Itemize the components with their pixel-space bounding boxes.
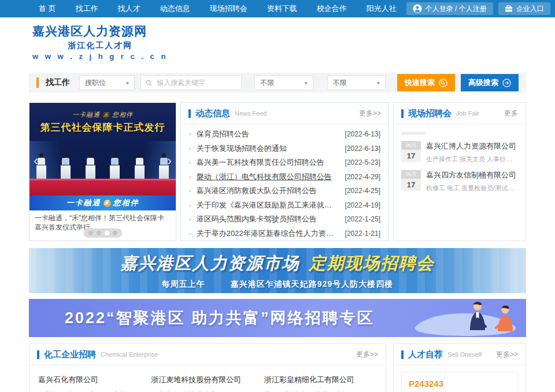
chemical-more-link[interactable]: 更多>> — [356, 350, 378, 360]
bullet-icon: • — [189, 145, 191, 152]
market-banner-title-yellow: 定期现场招聘会 — [309, 254, 435, 272]
news-list-item[interactable]: • 港区码头范围内集卡驾驶员招聘公告 [2022-1-25] — [189, 212, 380, 227]
slide-headline: 第三代社会保障卡正式发行 — [29, 121, 176, 134]
news-item-title: 嘉兴美一瓦科技有限责任公司招聘公告 — [197, 157, 339, 168]
news-feed-title: 动态信息 — [195, 108, 230, 119]
news-list-item[interactable]: • 保育员招聘公告 [2022-6-13] — [189, 127, 380, 142]
news-item-date: [2022-4-25] — [345, 187, 380, 195]
talent-panel: 人才自荐 Sell Oneself 更多>> P243243 男 | 嘉兴市→嘉… — [393, 343, 526, 392]
carousel-next-icon[interactable]: › — [167, 154, 172, 168]
chevron-down-icon: ▾ — [377, 80, 380, 86]
online-recruitment-banner[interactable]: 2022“智聚港区 助力共富”网络招聘专区 — [29, 299, 526, 337]
bullet-icon: • — [189, 131, 191, 138]
carousel-dot-3-active[interactable] — [105, 231, 109, 235]
keyword-input-wrap — [140, 75, 242, 90]
nav-item-job-fair[interactable]: 现场招聘会 — [200, 0, 257, 17]
arrow-right-circle-icon — [502, 79, 511, 87]
talent-title: 人才自荐 — [408, 349, 443, 360]
nav-item-home[interactable]: 首 页 — [29, 0, 66, 17]
fair-company-name: 嘉兴汇博人力资源有限公司 — [426, 141, 518, 151]
ribbon-right: 您相伴 — [113, 198, 139, 208]
talent-subtitle: Sell Oneself — [447, 351, 482, 358]
carousel-dot-4[interactable] — [113, 231, 117, 235]
person-figure — [110, 153, 120, 179]
news-list-item[interactable]: • 关于印发《嘉兴港区鼓励新员工来港就业补助操作... [2022-4-19] — [189, 198, 380, 213]
market-banner-details: 每周五上午 嘉兴港区乍浦镇天妃路929号人防大楼四楼 — [162, 279, 393, 290]
news-carousel: 一卡融通禾您相伴 第三代社会保障卡正式发行 一卡融通禾您相伴 ‹ › 一卡融通，… — [29, 102, 176, 241]
news-item-date: [2022-5-23] — [345, 158, 380, 167]
nav-item-find-job[interactable]: 找工作 — [66, 0, 108, 17]
talent-more-link[interactable]: 更多>> — [496, 350, 518, 360]
search-icon — [146, 79, 152, 87]
market-banner-title-white: 嘉兴港区人力资源市场 — [121, 254, 300, 272]
city-filter-value: 不限 — [260, 78, 274, 88]
personal-login-label: 个人登录 / 个人注册 — [426, 4, 487, 14]
type-filter-select[interactable]: 不限 ▾ — [327, 75, 386, 90]
city-filter-select[interactable]: 不限 ▾ — [254, 75, 313, 90]
search-category-value: 搜职位 — [85, 78, 106, 88]
quick-search-label: 快速搜索 — [405, 77, 435, 88]
nav-item-sunshine-hr[interactable]: 阳光人社 — [357, 0, 406, 17]
enterprise-entry-button[interactable]: 企业入口 — [498, 2, 550, 15]
news-item-date: [2022-4-19] — [345, 201, 380, 209]
ribbon-left: 一卡融通 — [66, 198, 101, 208]
badge-day: 17 — [401, 179, 421, 191]
carousel-prev-icon[interactable]: ‹ — [34, 154, 38, 168]
chemical-title: 化工企业招聘 — [44, 349, 96, 360]
main-content-row: 一卡融通禾您相伴 第三代社会保障卡正式发行 一卡融通禾您相伴 ‹ › 一卡融通，… — [29, 102, 526, 241]
job-fair-item[interactable]: 06月 17 嘉兴四方友信制桶有限公司 机修工 电工 质量检验员/测试员 叉车.… — [401, 170, 518, 193]
accent-bar — [36, 77, 39, 88]
badge-day: 17 — [401, 150, 421, 162]
bottom-content-row: 化工企业招聘 Chemical Enterprise 更多>> 嘉兴石化有限公司… — [29, 343, 526, 392]
chemical-subtitle: Chemical Enterprise — [101, 351, 158, 358]
job-search-bar: 找工作 搜职位 ▾ 不限 ▾ 不限 ▾ 快速搜索 高级搜索 — [29, 73, 526, 93]
chevron-down-icon: ▾ — [305, 80, 308, 86]
company-entry[interactable]: 浙江麦堆科技股份有限公司 销售专员 会计 土建主管 — [151, 375, 264, 392]
search-category-select[interactable]: 搜职位 ▾ — [79, 75, 135, 90]
job-fair-more-link[interactable]: 更多 — [504, 109, 518, 119]
news-list-item[interactable]: • 嘉兴港区消防救援大队公开招聘公告 [2022-4-25] — [189, 184, 380, 198]
carousel-dot-2[interactable] — [97, 231, 101, 235]
news-item-title: 磐动（浙江）电气科技有限公司招聘公告 — [197, 172, 339, 182]
personal-login-button[interactable]: 个人登录 / 个人注册 — [406, 2, 493, 15]
market-banner-schedule: 每周五上午 — [162, 279, 205, 290]
news-list-item[interactable]: • 嘉兴美一瓦科技有限责任公司招聘公告 [2022-5-23] — [189, 156, 380, 170]
news-feed-header: 动态信息 News Feed 更多>> — [181, 103, 388, 124]
nav-item-school-cooperation[interactable]: 校企合作 — [307, 0, 357, 17]
carousel-dots — [84, 228, 122, 238]
market-banner[interactable]: 嘉兴港区人力资源市场定期现场招聘会 每周五上午 嘉兴港区乍浦镇天妃路929号人防… — [29, 248, 526, 293]
quick-search-button[interactable]: 快速搜索 — [397, 74, 455, 91]
nav-item-news[interactable]: 动态信息 — [150, 0, 200, 17]
fair-jobs-list: 机修工 电工 质量检验员/测试员 叉车... — [426, 184, 518, 193]
chemical-company-columns: 嘉兴石化有限公司 工艺员 设备管理 门卫（残疾工） 浙江麦堆科技股份有限公司 销… — [29, 365, 386, 392]
carousel-dot-1[interactable] — [88, 231, 93, 235]
banner-illustration — [408, 299, 524, 337]
company-entry[interactable]: 浙江彩皇精细化工有限公司 普工（制造科） 营业担当 — [264, 375, 377, 392]
news-more-link[interactable]: 更多>> — [359, 109, 381, 119]
resume-card[interactable]: P243243 男 | 嘉兴市→嘉兴港区 | 八年以上 — [401, 372, 518, 392]
nav-item-downloads[interactable]: 资料下载 — [257, 0, 307, 17]
slide-ribbon: 一卡融通禾您相伴 — [29, 195, 176, 210]
news-list-item[interactable]: • 磐动（浙江）电气科技有限公司招聘公告 [2022-4-29] — [189, 170, 380, 184]
company-entry[interactable]: 嘉兴石化有限公司 工艺员 设备管理 门卫（残疾工） — [38, 375, 151, 392]
stage-people — [36, 153, 169, 179]
news-list-item[interactable]: • 关于恢复现场招聘会的通知 [2022-6-13] — [189, 142, 380, 156]
badge-month: 06月 — [401, 170, 421, 179]
news-item-date: [2022-6-13] — [345, 130, 380, 138]
bullet-icon: • — [189, 230, 191, 237]
badge-month: 06月 — [401, 141, 421, 150]
news-item-title: 港区码头范围内集卡驾驶员招聘公告 — [197, 214, 339, 224]
logo-subtitle: 浙江化工人才网 — [32, 40, 168, 51]
news-list-item[interactable]: • 关于举办2022年港区新春综合性人力资源暨春风... [2022-1-21] — [189, 227, 380, 241]
fair-jobs-list: 生产操作工 报关文员 人事行政助理... — [426, 155, 518, 164]
site-logo[interactable]: 嘉兴港区人力资源网 浙江化工人才网 w w w . z j h g r c . … — [29, 23, 168, 61]
person-figure — [61, 153, 71, 179]
bullet-icon: • — [189, 173, 191, 180]
job-fair-item[interactable]: 06月 17 嘉兴汇博人力资源有限公司 生产操作工 报关文员 人事行政助理... — [401, 141, 518, 164]
carousel-slide[interactable]: 一卡融通禾您相伴 第三代社会保障卡正式发行 一卡融通禾您相伴 ‹ › — [29, 103, 176, 210]
advanced-search-button[interactable]: 高级搜索 — [461, 74, 519, 91]
keyword-search-input[interactable] — [156, 78, 236, 87]
news-feed-subtitle: News Feed — [235, 110, 267, 117]
nav-item-find-talent[interactable]: 找人才 — [108, 0, 150, 17]
talent-header: 人才自荐 Sell Oneself 更多>> — [394, 344, 526, 365]
